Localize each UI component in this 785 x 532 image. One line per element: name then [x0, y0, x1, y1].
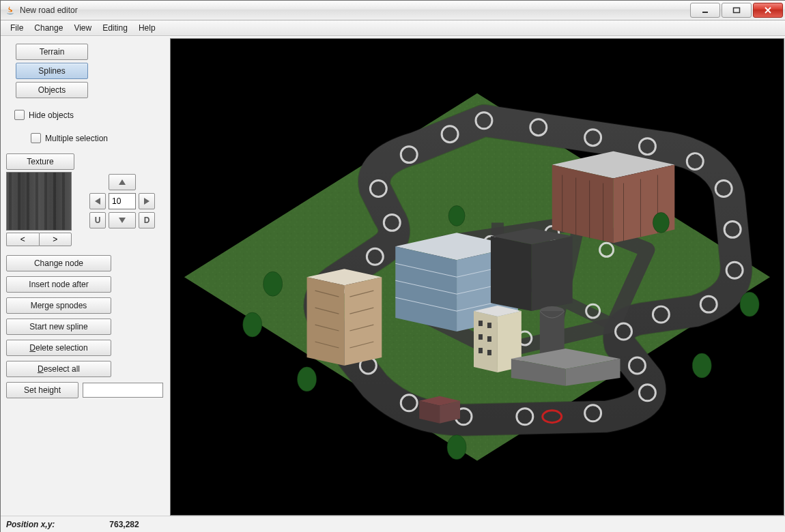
maximize-button[interactable]: [722, 3, 752, 18]
svg-marker-40: [552, 165, 614, 243]
dpad-left-button[interactable]: [89, 193, 106, 209]
arrow-down-icon: [118, 216, 126, 224]
arrow-up-icon: [118, 178, 126, 186]
objects-button[interactable]: Objects: [16, 82, 88, 98]
svg-marker-63: [344, 277, 382, 366]
viewport[interactable]: [170, 38, 784, 516]
window-title: New road editor: [20, 5, 689, 15]
menu-change[interactable]: Change: [29, 22, 68, 34]
svg-rect-75: [479, 321, 483, 326]
multiple-selection-check[interactable]: Multiple selection: [6, 130, 165, 145]
multiple-selection-label: Multiple selection: [45, 134, 108, 143]
window-controls: [689, 3, 783, 18]
arrow-left-icon: [94, 197, 102, 205]
status-position-value: 763,282: [109, 520, 139, 529]
dpad-down-button[interactable]: [109, 212, 136, 228]
svg-point-92: [298, 367, 317, 391]
svg-point-90: [263, 271, 283, 296]
dpad-right-button[interactable]: [139, 193, 155, 209]
menu-file[interactable]: File: [5, 22, 29, 34]
main-area: Terrain Splines Objects Hide objects Mul…: [1, 36, 785, 516]
dpad-value-input[interactable]: 10: [109, 193, 136, 209]
checkbox-icon: [14, 110, 25, 120]
svg-marker-60: [532, 236, 573, 311]
java-icon: [5, 5, 16, 16]
svg-point-97: [653, 212, 669, 233]
texture-column: Texture < >: [6, 153, 74, 246]
texture-button[interactable]: Texture: [6, 153, 74, 170]
app-window: New road editor File Change View Editing…: [0, 0, 785, 532]
svg-marker-50: [395, 246, 457, 331]
insert-node-after-button[interactable]: Insert node after: [6, 276, 111, 293]
delete-selection-button[interactable]: Delete selection: [6, 340, 111, 356]
set-height-input[interactable]: [83, 383, 163, 398]
svg-point-95: [740, 292, 759, 316]
svg-marker-73: [474, 311, 498, 372]
svg-marker-59: [491, 236, 532, 311]
svg-point-91: [243, 312, 262, 337]
svg-rect-79: [479, 348, 483, 353]
close-button[interactable]: [753, 3, 783, 18]
deselect-all-button[interactable]: Deselect all: [6, 361, 111, 377]
svg-rect-0: [702, 12, 708, 13]
terrain-button[interactable]: Terrain: [16, 44, 88, 60]
texture-panel: Texture < > 10: [6, 153, 165, 246]
menubar: File Change View Editing Help: [1, 20, 785, 36]
splines-button[interactable]: Splines: [16, 63, 88, 79]
minimize-button[interactable]: [690, 3, 720, 18]
menu-help[interactable]: Help: [133, 22, 161, 34]
svg-rect-78: [487, 336, 491, 342]
dpad-up-button[interactable]: [109, 174, 136, 190]
dpad-d-button[interactable]: D: [139, 212, 155, 228]
set-height-row: Set height: [6, 382, 165, 398]
hide-objects-check[interactable]: Hide objects: [6, 107, 165, 121]
isometric-scene: [171, 39, 784, 515]
nav-dpad: 10 U D: [85, 170, 159, 246]
dpad-u-button[interactable]: U: [89, 212, 106, 228]
svg-marker-62: [307, 277, 345, 366]
arrow-right-icon: [143, 197, 151, 205]
hide-objects-label: Hide objects: [29, 110, 74, 120]
svg-rect-76: [487, 323, 491, 328]
svg-rect-1: [734, 8, 740, 13]
svg-point-94: [692, 353, 711, 378]
status-position-label: Position x,y:: [6, 520, 55, 529]
texture-next-button[interactable]: >: [39, 233, 72, 246]
set-height-button[interactable]: Set height: [6, 382, 78, 398]
menu-view[interactable]: View: [68, 22, 97, 34]
checkbox-icon: [31, 133, 41, 143]
texture-swatch[interactable]: [6, 172, 72, 231]
texture-prev-button[interactable]: <: [6, 233, 39, 246]
merge-spnodes-button[interactable]: Merge spnodes: [6, 297, 111, 314]
svg-point-93: [447, 435, 466, 460]
mode-switch: Terrain Splines Objects: [6, 41, 165, 98]
statusbar: Position x,y: 763,282: [1, 516, 785, 532]
change-node-button[interactable]: Change node: [6, 255, 111, 271]
start-new-spline-button[interactable]: Start new spline: [6, 319, 111, 335]
svg-rect-77: [479, 334, 483, 340]
titlebar: New road editor: [1, 1, 785, 20]
svg-rect-80: [487, 350, 491, 355]
sidebar: Terrain Splines Objects Hide objects Mul…: [1, 37, 170, 516]
texture-pager: < >: [6, 233, 72, 246]
svg-point-96: [448, 205, 465, 226]
menu-editing[interactable]: Editing: [97, 22, 133, 34]
